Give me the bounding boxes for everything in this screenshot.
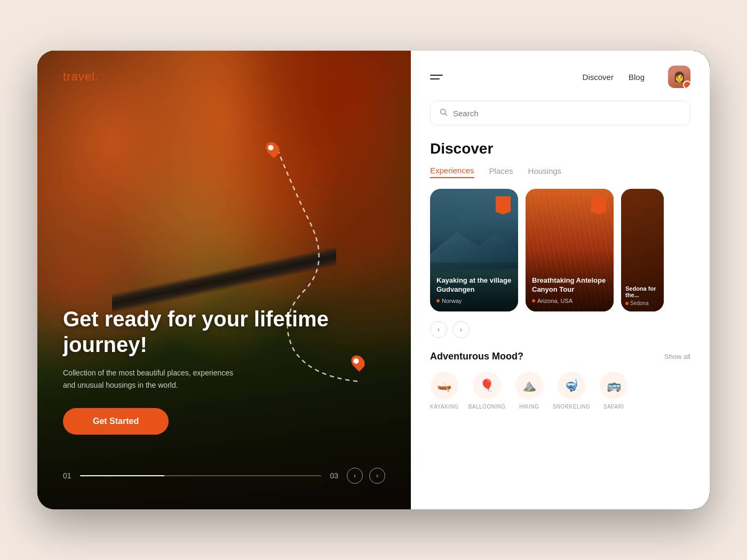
location-dot-3 <box>625 302 629 305</box>
mood-hiking[interactable]: ⛰️ HIKING <box>515 372 543 410</box>
card-title-sedona: Sedona for the... <box>625 285 659 298</box>
card-kayaking[interactable]: Kayaking at the village Gudvangen Norway <box>430 189 518 311</box>
discover-title: Discover <box>430 140 690 157</box>
prev-slide-button[interactable]: ‹ <box>347 468 363 484</box>
mood-ballooning[interactable]: 🎈 BALLOONING <box>468 372 506 410</box>
mood-title: Adventurous Mood? <box>430 351 523 362</box>
location-dot-2 <box>532 299 535 302</box>
hero-title: Get ready for your lifetime journey! <box>63 306 385 357</box>
svg-point-0 <box>441 109 446 114</box>
brand-dot: . <box>95 70 99 83</box>
nav-blog[interactable]: Blog <box>629 73 645 82</box>
ballooning-icon: 🎈 <box>473 372 501 399</box>
slide-start: 01 <box>63 471 71 480</box>
search-input[interactable] <box>453 109 681 118</box>
slide-controls: 01 03 ‹ › <box>63 468 385 484</box>
hero-content: Get ready for your lifetime journey! Col… <box>63 306 385 435</box>
slide-end: 03 <box>330 471 338 480</box>
card-info-kayaking: Kayaking at the village Gudvangen Norway <box>430 270 518 311</box>
show-all-button[interactable]: Show all <box>664 353 690 361</box>
ballooning-label: BALLOONING <box>468 404 506 410</box>
tab-places[interactable]: Places <box>489 166 513 178</box>
location-text-1: Norway <box>442 298 462 304</box>
avatar-image: 👩 <box>668 66 690 88</box>
safari-icon: 🚌 <box>600 372 627 399</box>
device-frame: travel. Get ready for your lifetime jour… <box>37 51 710 509</box>
avatar[interactable]: 👩 <box>668 66 690 88</box>
map-pin-top <box>267 141 279 156</box>
mood-snorkeling[interactable]: 🤿 SNORKELING <box>553 372 591 410</box>
kayaking-icon: 🛶 <box>431 372 458 399</box>
card-location-antelope: Arizona, USA <box>532 298 607 304</box>
cards-row: Kayaking at the village Gudvangen Norway… <box>430 189 690 311</box>
snorkeling-label: SNORKELING <box>553 404 591 410</box>
card-location-kayaking: Norway <box>436 298 512 304</box>
card-title-kayaking: Kayaking at the village Gudvangen <box>436 276 512 294</box>
brand-name: travel <box>63 70 95 83</box>
hiking-icon: ⛰️ <box>515 372 543 399</box>
slide-bar-fill <box>80 475 164 476</box>
safari-label: SAFARI <box>603 404 624 410</box>
left-panel: travel. Get ready for your lifetime jour… <box>37 51 411 509</box>
nav-links: Discover Blog 👩 <box>583 66 690 88</box>
mood-icons: 🛶 KAYAKING 🎈 BALLOONING ⛰️ HIKING 🤿 SNOR… <box>430 372 690 410</box>
search-icon <box>439 108 448 118</box>
get-started-button[interactable]: Get Started <box>63 408 169 435</box>
mood-safari[interactable]: 🚌 SAFARI <box>600 372 627 410</box>
carousel-next[interactable]: › <box>452 321 470 338</box>
search-box <box>430 101 690 125</box>
card-antelope[interactable]: Breathtaking Antelope Canyon Tour Arizon… <box>526 189 614 311</box>
card-info-antelope: Breathtaking Antelope Canyon Tour Arizon… <box>526 270 614 311</box>
hamburger-menu[interactable] <box>430 75 443 79</box>
discover-tabs: Experiences Places Housings <box>430 166 690 178</box>
mood-kayaking[interactable]: 🛶 KAYAKING <box>430 372 459 410</box>
card-location-sedona: Sedona <box>625 300 659 306</box>
card-info-sedona: Sedona for the... Sedona <box>621 280 664 311</box>
brand-logo: travel. <box>63 70 99 84</box>
carousel-arrows: ‹ › <box>430 321 690 338</box>
card-sedona[interactable]: Sedona for the... Sedona <box>621 189 664 311</box>
location-text-2: Arizona, USA <box>537 298 573 304</box>
mood-header: Adventurous Mood? Show all <box>430 351 690 362</box>
card-title-antelope: Breathtaking Antelope Canyon Tour <box>532 276 607 294</box>
hamburger-line-2 <box>430 78 440 79</box>
nav-discover[interactable]: Discover <box>583 73 614 82</box>
nav-bar: Discover Blog 👩 <box>430 66 690 88</box>
next-slide-button[interactable]: › <box>369 468 385 484</box>
location-dot-1 <box>436 299 440 302</box>
slide-arrows: ‹ › <box>347 468 385 484</box>
tab-housings[interactable]: Housings <box>528 166 562 178</box>
hamburger-line-1 <box>430 75 443 76</box>
carousel-prev[interactable]: ‹ <box>430 321 447 338</box>
forest-overlay <box>37 51 411 509</box>
slide-progress-bar <box>80 475 322 476</box>
bookmark-antelope <box>591 196 606 214</box>
snorkeling-icon: 🤿 <box>558 372 585 399</box>
location-text-3: Sedona <box>630 300 648 306</box>
hero-subtitle: Collection of the most beautiful places,… <box>63 367 234 391</box>
bookmark-kayaking <box>496 196 511 214</box>
hiking-label: HIKING <box>519 404 539 410</box>
kayaking-label: KAYAKING <box>430 404 459 410</box>
svg-line-1 <box>445 114 447 116</box>
tab-experiences[interactable]: Experiences <box>430 166 474 178</box>
right-panel: Discover Blog 👩 Discover Experiences Pla… <box>411 51 710 509</box>
